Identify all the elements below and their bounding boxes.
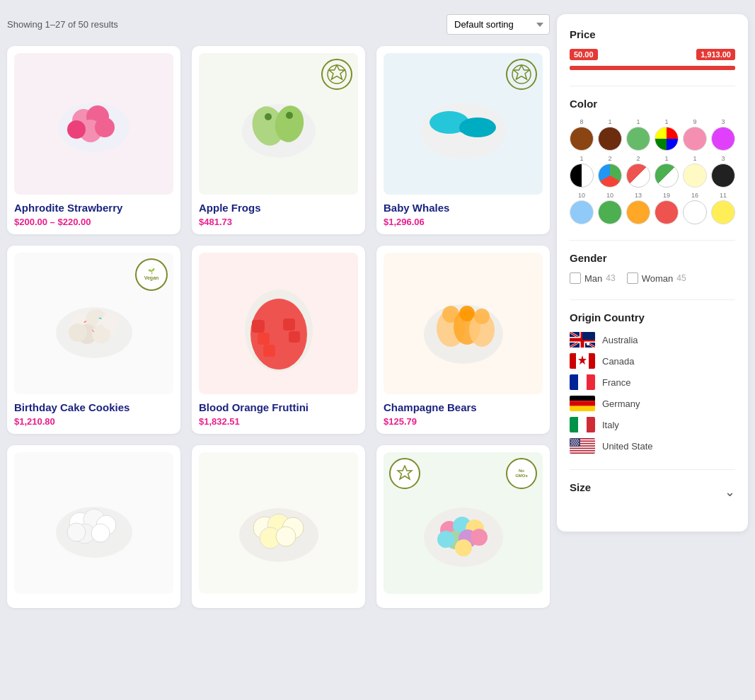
sort-select[interactable]: Default sortingPrice: Low to HighPrice: … bbox=[446, 14, 550, 35]
product-card[interactable]: 🌱 Vegan Birthday Cake Cookies $1,210.80 bbox=[7, 246, 180, 434]
color-swatch-black-white[interactable]: 1 bbox=[570, 155, 594, 188]
origin-title: Origin Country bbox=[570, 311, 735, 323]
flag-fr bbox=[570, 374, 595, 390]
svg-rect-33 bbox=[283, 319, 295, 331]
product-card[interactable]: Apple Frogs $481.73 bbox=[192, 46, 365, 234]
product-image bbox=[199, 452, 358, 594]
product-card[interactable]: Aphrodite Strawberry $200.00 – $220.00 bbox=[7, 46, 180, 234]
color-swatch-magenta[interactable]: 3 bbox=[711, 118, 735, 151]
color-swatch-light-blue[interactable]: 10 bbox=[570, 192, 594, 224]
top-bar: Showing 1–27 of 50 results Default sorti… bbox=[7, 14, 550, 35]
svg-marker-68 bbox=[398, 466, 412, 479]
country-italy[interactable]: Italy bbox=[570, 417, 735, 432]
color-swatch-half-white[interactable]: 1 bbox=[655, 155, 679, 188]
product-image bbox=[384, 53, 543, 195]
country-us[interactable]: United State bbox=[570, 438, 735, 454]
country-name: Italy bbox=[602, 420, 619, 430]
flag-us bbox=[570, 438, 595, 454]
svg-rect-101 bbox=[570, 452, 595, 453]
flag-de bbox=[570, 396, 595, 411]
gender-woman[interactable]: Woman 45 bbox=[627, 272, 686, 284]
svg-point-58 bbox=[276, 527, 296, 546]
product-image: 🌱 Vegan bbox=[14, 253, 173, 394]
svg-rect-91 bbox=[570, 406, 595, 411]
color-swatch-brown[interactable]: 8 bbox=[570, 118, 594, 151]
price-labels: 50.00 1,913.00 bbox=[570, 49, 735, 60]
product-image bbox=[384, 253, 543, 394]
product-card[interactable] bbox=[7, 445, 180, 608]
woman-label: Woman bbox=[642, 273, 674, 284]
svg-point-116 bbox=[574, 443, 575, 444]
product-image bbox=[14, 452, 173, 594]
product-name: Baby Whales bbox=[384, 202, 543, 214]
svg-point-119 bbox=[570, 444, 572, 446]
svg-rect-34 bbox=[258, 333, 270, 345]
product-card[interactable]: Blood Orange Fruttini $1,832.51 bbox=[192, 246, 365, 434]
svg-rect-83 bbox=[570, 353, 576, 369]
color-swatch-light-yellow[interactable]: 1 bbox=[683, 155, 707, 188]
svg-point-67 bbox=[455, 539, 472, 556]
color-swatch-pink[interactable]: 9 bbox=[683, 118, 707, 151]
gender-man[interactable]: Man 43 bbox=[570, 272, 616, 284]
color-title: Color bbox=[570, 98, 735, 110]
country-france[interactable]: France bbox=[570, 374, 735, 390]
svg-rect-31 bbox=[252, 320, 265, 333]
svg-point-51 bbox=[91, 524, 110, 542]
svg-point-115 bbox=[572, 443, 573, 444]
svg-point-120 bbox=[572, 444, 574, 446]
product-image bbox=[199, 53, 358, 195]
size-header[interactable]: Size ⌄ bbox=[570, 481, 735, 502]
product-card[interactable] bbox=[192, 445, 365, 608]
country-name: France bbox=[602, 377, 630, 388]
man-label: Man bbox=[584, 273, 602, 284]
color-swatch-yellow[interactable]: 11 bbox=[711, 192, 735, 224]
product-price: $1,210.80 bbox=[14, 416, 173, 427]
color-swatch-green[interactable]: 1 bbox=[626, 118, 650, 151]
color-swatch-green2[interactable]: 10 bbox=[598, 192, 622, 224]
gender-section: Gender Man 43 Woman 45 bbox=[570, 252, 735, 284]
country-list: Australia Canada bbox=[570, 332, 735, 454]
country-name: Australia bbox=[602, 335, 638, 345]
country-canada[interactable]: Canada bbox=[570, 353, 735, 369]
color-swatch-red-white[interactable]: 2 bbox=[626, 155, 650, 188]
color-swatch-multicolor1[interactable]: 1 bbox=[655, 118, 679, 151]
svg-rect-92 bbox=[570, 417, 578, 432]
svg-rect-79 bbox=[582, 332, 595, 340]
woman-checkbox[interactable] bbox=[627, 272, 638, 284]
country-name: United State bbox=[602, 441, 653, 452]
svg-rect-93 bbox=[578, 417, 587, 432]
price-title: Price bbox=[570, 28, 735, 40]
svg-point-24 bbox=[69, 323, 87, 342]
product-price: $1,832.51 bbox=[199, 416, 358, 427]
price-slider[interactable] bbox=[570, 66, 735, 70]
product-price: $1,296.06 bbox=[384, 217, 543, 227]
product-name: Champagne Bears bbox=[384, 401, 543, 413]
svg-rect-38 bbox=[279, 344, 291, 356]
svg-rect-32 bbox=[267, 316, 280, 329]
svg-point-104 bbox=[572, 439, 574, 440]
flag-ca bbox=[570, 353, 595, 369]
country-germany[interactable]: Germany bbox=[570, 396, 735, 411]
color-swatch-orange[interactable]: 13 bbox=[626, 192, 650, 224]
svg-point-109 bbox=[576, 440, 577, 442]
color-swatch-dark-brown[interactable]: 1 bbox=[598, 118, 622, 151]
color-swatch-multicolor2[interactable]: 2 bbox=[598, 155, 622, 188]
svg-point-106 bbox=[577, 439, 578, 440]
color-swatch-red[interactable]: 19 bbox=[655, 192, 679, 224]
svg-point-65 bbox=[471, 529, 488, 546]
svg-point-108 bbox=[574, 440, 575, 442]
color-swatch-white[interactable]: 16 bbox=[683, 192, 707, 224]
color-swatch-black[interactable]: 3 bbox=[711, 155, 735, 188]
country-australia[interactable]: Australia bbox=[570, 332, 735, 348]
country-name: Germany bbox=[602, 398, 640, 409]
product-price: $125.79 bbox=[384, 416, 543, 427]
product-card[interactable]: NoGMOs bbox=[376, 445, 550, 608]
product-card[interactable]: Champagne Bears $125.79 bbox=[376, 246, 550, 434]
svg-point-110 bbox=[578, 440, 580, 442]
svg-rect-87 bbox=[578, 374, 587, 390]
svg-point-10 bbox=[286, 112, 293, 119]
woman-count: 45 bbox=[676, 273, 686, 283]
product-card[interactable]: Baby Whales $1,296.06 bbox=[376, 46, 550, 234]
size-title: Size bbox=[570, 481, 591, 493]
man-checkbox[interactable] bbox=[570, 272, 581, 284]
